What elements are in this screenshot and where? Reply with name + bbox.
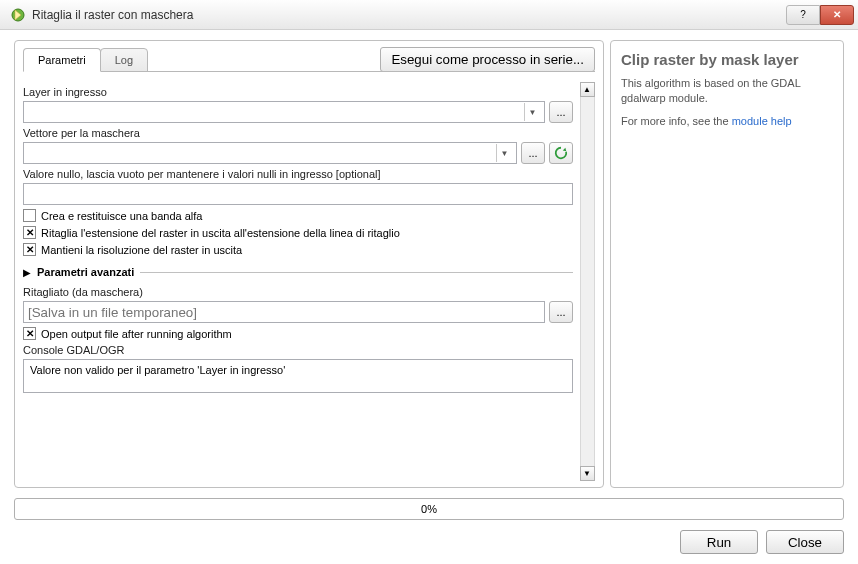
console-label: Console GDAL/OGR	[23, 344, 573, 356]
mask-iterate-button[interactable]	[549, 142, 573, 164]
dots-icon: ...	[528, 147, 537, 159]
tab-parametri-label: Parametri	[38, 54, 86, 66]
mask-browse-button[interactable]: ...	[521, 142, 545, 164]
chevron-down-icon: ▼	[524, 103, 540, 121]
layer-in-select[interactable]: ▼	[23, 101, 545, 123]
extent-check-row[interactable]: ✕ Ritaglia l'estensione del raster in us…	[23, 226, 573, 239]
chevron-down-icon: ▼	[496, 144, 512, 162]
window-buttons: ? ✕	[786, 5, 854, 25]
output-path-input[interactable]	[23, 301, 545, 323]
scroll-down-button[interactable]: ▼	[580, 466, 595, 481]
form-area: Layer in ingresso ▼ ... Vettore per la m…	[23, 71, 595, 481]
refresh-icon	[554, 146, 568, 160]
help-icon: ?	[800, 9, 806, 20]
main-row: Parametri Log Esegui come processo in se…	[14, 40, 844, 488]
titlebar: Ritaglia il raster con maschera ? ✕	[0, 0, 858, 30]
footer-buttons: Run Close	[14, 530, 844, 554]
scroll-up-button[interactable]: ▲	[580, 82, 595, 97]
help-more: For more info, see the module help	[621, 114, 833, 129]
checkbox-icon: ✕	[23, 226, 36, 239]
scroll-track[interactable]	[580, 97, 595, 466]
null-value-label: Valore nullo, lascia vuoto per mantenere…	[23, 168, 573, 180]
dots-icon: ...	[556, 106, 565, 118]
output-browse-button[interactable]: ...	[549, 301, 573, 323]
tabs: Parametri Log	[23, 47, 147, 71]
open-after-check-label: Open output file after running algorithm	[41, 328, 232, 340]
divider	[140, 272, 573, 273]
app-icon	[10, 7, 26, 23]
layer-in-row: ▼ ...	[23, 101, 573, 123]
left-panel: Parametri Log Esegui come processo in se…	[14, 40, 604, 488]
tab-log-label: Log	[115, 54, 133, 66]
help-more-prefix: For more info, see the	[621, 115, 732, 127]
progress-bar: 0%	[14, 498, 844, 520]
layer-in-browse-button[interactable]: ...	[549, 101, 573, 123]
module-help-link[interactable]: module help	[732, 115, 792, 127]
mask-row: ▼ ...	[23, 142, 573, 164]
checkbox-icon: ✕	[23, 327, 36, 340]
output-row: ...	[23, 301, 573, 323]
console-text: Valore non valido per il parametro 'Laye…	[30, 364, 285, 376]
checkbox-icon	[23, 209, 36, 222]
null-value-input[interactable]	[23, 183, 573, 205]
close-window-button[interactable]: ✕	[820, 5, 854, 25]
resolution-check-row[interactable]: ✕ Mantieni la risoluzione del raster in …	[23, 243, 573, 256]
dots-icon: ...	[556, 306, 565, 318]
advanced-params-toggle[interactable]: ▶ Parametri avanzati	[23, 266, 573, 278]
close-icon: ✕	[833, 9, 841, 20]
batch-run-button[interactable]: Esegui come processo in serie...	[380, 47, 595, 72]
mask-select[interactable]: ▼	[23, 142, 517, 164]
extent-check-label: Ritaglia l'estensione del raster in usci…	[41, 227, 400, 239]
tabs-row: Parametri Log Esegui come processo in se…	[23, 47, 595, 72]
advanced-params-label: Parametri avanzati	[37, 266, 134, 278]
close-button[interactable]: Close	[766, 530, 844, 554]
alpha-check-label: Crea e restituisce una banda alfa	[41, 210, 202, 222]
output-label: Ritagliato (da maschera)	[23, 286, 573, 298]
run-button[interactable]: Run	[680, 530, 758, 554]
help-button[interactable]: ?	[786, 5, 820, 25]
open-after-check-row[interactable]: ✕ Open output file after running algorit…	[23, 327, 573, 340]
console-output: Valore non valido per il parametro 'Laye…	[23, 359, 573, 393]
help-panel: Clip raster by mask layer This algorithm…	[610, 40, 844, 488]
help-desc: This algorithm is based on the GDAL gdal…	[621, 76, 833, 106]
scrollbar[interactable]: ▲ ▼	[579, 82, 595, 481]
tab-log[interactable]: Log	[100, 48, 148, 72]
window-title: Ritaglia il raster con maschera	[32, 8, 786, 22]
content: Parametri Log Esegui come processo in se…	[0, 30, 858, 564]
mask-label: Vettore per la maschera	[23, 127, 573, 139]
triangle-right-icon: ▶	[23, 267, 31, 278]
resolution-check-label: Mantieni la risoluzione del raster in us…	[41, 244, 242, 256]
progress-text: 0%	[421, 503, 437, 515]
form-scroll: Layer in ingresso ▼ ... Vettore per la m…	[23, 82, 579, 481]
tab-parametri[interactable]: Parametri	[23, 48, 101, 72]
help-title: Clip raster by mask layer	[621, 51, 833, 68]
checkbox-icon: ✕	[23, 243, 36, 256]
layer-in-label: Layer in ingresso	[23, 86, 573, 98]
alpha-check-row[interactable]: Crea e restituisce una banda alfa	[23, 209, 573, 222]
